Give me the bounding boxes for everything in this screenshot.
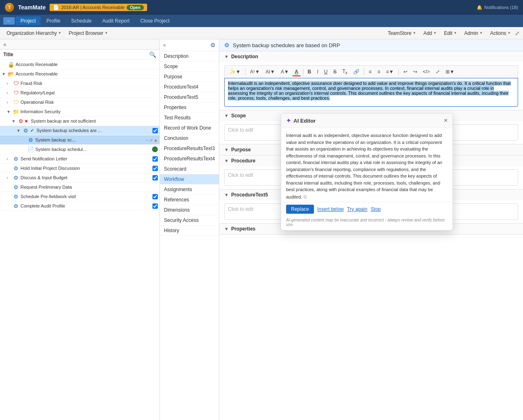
tree-item-operational-risk[interactable]: › 🛡 Operational Risk bbox=[0, 98, 159, 107]
section-security-access[interactable]: Security Access bbox=[160, 215, 219, 226]
tree-item-fraud-risk[interactable]: › 🛡 Fraud Risk bbox=[0, 79, 159, 88]
chevron-down-icon: ▼ bbox=[480, 31, 483, 35]
align-btn[interactable]: ≡▼ bbox=[384, 68, 396, 76]
magic-tool-btn[interactable]: ✨▼ bbox=[227, 68, 243, 76]
item-checkbox[interactable] bbox=[152, 128, 158, 133]
move-icon[interactable]: ⤢ bbox=[150, 138, 153, 142]
nav-schedule[interactable]: Schedule bbox=[66, 16, 96, 25]
fullscreen-btn[interactable]: ⤢ bbox=[433, 68, 442, 76]
underline-btn[interactable]: U bbox=[322, 68, 330, 76]
tree: 🔒 Accounts Receivable ▼ 📂 Accounts Recei… bbox=[0, 60, 159, 420]
text-color-btn[interactable]: A bbox=[292, 68, 301, 76]
section-procedureresultstext4[interactable]: ProcedureResultsText4 bbox=[160, 154, 219, 164]
section-dimensions[interactable]: Dimensions bbox=[160, 205, 219, 215]
redo-btn[interactable]: ↪ bbox=[411, 68, 420, 76]
toolbar-actions[interactable]: Actions ▼ bbox=[487, 29, 514, 37]
separator bbox=[245, 68, 246, 75]
collapse-sidebar-button[interactable]: « bbox=[3, 41, 7, 48]
try-again-button[interactable]: Try again bbox=[347, 206, 368, 212]
link-btn[interactable]: 🔗 bbox=[351, 68, 362, 76]
tree-item-hold-initial[interactable]: ⚙ Hold Initial Project Discussion bbox=[0, 164, 159, 173]
nav-close-project[interactable]: Close Project bbox=[135, 16, 174, 25]
tree-label-discuss-budget: Discuss & Input Budget bbox=[20, 175, 152, 180]
toolbar-add[interactable]: Add ▼ bbox=[420, 29, 440, 37]
toolbar-edit[interactable]: Edit ▼ bbox=[441, 29, 460, 37]
table-btn[interactable]: ⊞▼ bbox=[443, 68, 457, 76]
tree-item-request-preliminary[interactable]: ⚙ Request Preliminary Data bbox=[0, 183, 159, 192]
item-checkbox[interactable] bbox=[152, 175, 158, 180]
section-history[interactable]: History bbox=[160, 226, 219, 236]
item-checkbox[interactable] bbox=[152, 194, 158, 199]
tree-item-accounts-receivable[interactable]: ▼ 📂 Accounts Receivable bbox=[0, 69, 159, 79]
tree-item-regulatory-legal[interactable]: › 🛡 Regulatory/Legal bbox=[0, 88, 159, 98]
ai-btn[interactable]: AI▼ bbox=[263, 68, 277, 76]
shield-yellow-icon: 🛡 bbox=[13, 99, 19, 105]
tree-item-discuss-budget[interactable]: › ⚙ Discuss & Input Budget bbox=[0, 173, 159, 183]
expand-arrow: › bbox=[7, 100, 11, 105]
collapse-icon: ▼ bbox=[224, 147, 229, 152]
section-scorecard[interactable]: Scorecard bbox=[160, 164, 219, 174]
italic-btn[interactable]: I bbox=[314, 68, 321, 76]
insert-below-button[interactable]: Insert below bbox=[317, 206, 344, 212]
bullet-list-btn[interactable]: ≡ bbox=[366, 68, 374, 76]
copy-icon[interactable]: ⧉ bbox=[303, 194, 307, 200]
section-references[interactable]: References bbox=[160, 195, 219, 205]
expand-icon[interactable]: ⤢ bbox=[515, 30, 520, 37]
editor-body[interactable]: Internalaudit is an independent, objecti… bbox=[224, 78, 518, 107]
dots-icon[interactable]: ··· bbox=[146, 138, 149, 142]
shield-orange-icon: 🛡 bbox=[13, 89, 19, 96]
section-record-of-work-done[interactable]: Record of Work Done bbox=[160, 123, 219, 133]
toolbar-admin[interactable]: Admin ▼ bbox=[461, 29, 486, 37]
notifications[interactable]: 🔔 Notifications (18) bbox=[477, 5, 518, 10]
collapse-section-button[interactable]: « bbox=[163, 42, 166, 48]
code-btn[interactable]: </> bbox=[421, 68, 432, 76]
bold-btn[interactable]: B bbox=[305, 68, 314, 76]
strikethrough-btn[interactable]: S bbox=[331, 68, 339, 76]
number-list-btn[interactable]: ≡ bbox=[375, 68, 383, 76]
section-proceduretext4[interactable]: ProcedureText4 bbox=[160, 82, 219, 92]
undo-btn[interactable]: ↩ bbox=[401, 68, 410, 76]
tree-item-system-backup-schedul[interactable]: 📄 System backup schedul... bbox=[0, 145, 159, 154]
section-conclusion[interactable]: Conclusion bbox=[160, 133, 219, 144]
tree-item-schedule-prefieldwork[interactable]: ⚙ Schedule Pre-fieldwork visit bbox=[0, 192, 159, 201]
nav-audit-report[interactable]: Audit Report bbox=[97, 16, 134, 25]
tree-item-system-backup-sc[interactable]: ⚙ System backup sc... ··· ⤢ ▲ bbox=[0, 135, 159, 145]
toolbar-teamstore[interactable]: TeamStore ▼ bbox=[384, 29, 419, 37]
section-properties[interactable]: Properties bbox=[160, 103, 219, 113]
section-description[interactable]: Description bbox=[160, 51, 219, 62]
subscript-btn[interactable]: Tx bbox=[340, 67, 350, 76]
section-test-results[interactable]: Test Results bbox=[160, 113, 219, 123]
item-checkbox[interactable] bbox=[152, 203, 158, 209]
tree-item-accounts-receivable-root[interactable]: 🔒 Accounts Receivable bbox=[0, 60, 159, 69]
edit-label: Edit bbox=[444, 30, 453, 36]
gear-icon: ⚙ bbox=[13, 165, 19, 171]
nav-profile[interactable]: Profile bbox=[41, 16, 65, 25]
section-scope[interactable]: Scope bbox=[160, 62, 219, 72]
tree-item-send-notification[interactable]: › ⚙ Send Notification Letter bbox=[0, 154, 159, 164]
gear-icon: ⚙ bbox=[13, 184, 19, 190]
stop-button[interactable]: Stop bbox=[371, 206, 381, 212]
tree-item-system-backup-not-sufficient[interactable]: ▼ ⚙ ✖ System backup are not sufficient bbox=[0, 116, 159, 126]
item-checkbox[interactable] bbox=[152, 166, 158, 171]
ai-editor-close-button[interactable]: × bbox=[444, 117, 448, 124]
section-proceduretext5[interactable]: ProcedureText5 bbox=[160, 92, 219, 103]
toolbar-project-browser[interactable]: Project Browser ▼ bbox=[66, 29, 111, 37]
toolbar-org-hierarchy[interactable]: Organization Hierarchy ▼ bbox=[3, 29, 65, 37]
font-color-btn[interactable]: A▼ bbox=[278, 68, 291, 76]
back-button[interactable]: ← bbox=[3, 17, 15, 25]
section-workflow[interactable]: Workflow bbox=[160, 174, 219, 185]
tree-item-system-backup-schedules[interactable]: ▼ ⚙ ✔ System backup schedules are ... bbox=[0, 126, 159, 135]
format-btn[interactable]: A¹▼ bbox=[248, 68, 262, 76]
section-assignments[interactable]: Assignments bbox=[160, 185, 219, 195]
tree-item-information-security[interactable]: ▼ 📁 Information Security bbox=[0, 107, 159, 116]
sidebar-search-button[interactable]: 🔍 bbox=[149, 51, 156, 58]
replace-button[interactable]: Replace bbox=[286, 205, 314, 214]
breadcrumb[interactable]: 📄 2016-AR | Accounts Receivable Open bbox=[50, 4, 147, 11]
section-procedureresultstext3[interactable]: ProcedureResultsText3 bbox=[160, 144, 219, 154]
nav-project[interactable]: Project bbox=[16, 16, 41, 25]
tree-item-complete-audit[interactable]: ⚙ Complete Audit Profile bbox=[0, 201, 159, 211]
section-purpose[interactable]: Purpose bbox=[160, 72, 219, 82]
description-section-header[interactable]: ▼ Description bbox=[219, 51, 523, 62]
item-checkbox[interactable] bbox=[152, 156, 158, 162]
error-icon: ✖ bbox=[23, 118, 30, 124]
